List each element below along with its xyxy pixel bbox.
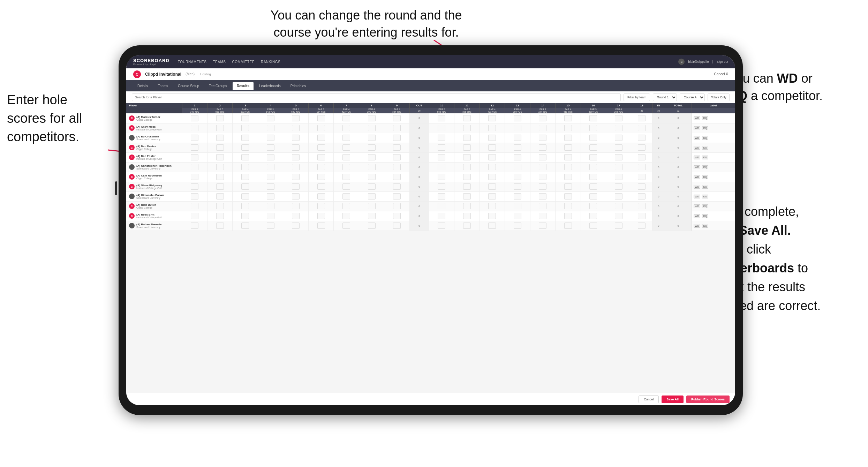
score-hole-9[interactable] (384, 133, 409, 143)
score-input-hole-17[interactable] (615, 125, 622, 131)
score-hole-15[interactable] (556, 172, 581, 182)
score-hole-2[interactable] (207, 221, 232, 231)
score-input-hole-9[interactable] (393, 223, 401, 229)
score-hole-7[interactable] (334, 201, 359, 211)
score-input-hole-5[interactable] (292, 164, 300, 170)
course-select[interactable]: Course A (680, 93, 705, 101)
score-hole-12[interactable] (480, 123, 505, 133)
score-hole-8[interactable] (359, 152, 384, 162)
score-hole-18[interactable] (631, 182, 652, 191)
score-hole-13[interactable] (505, 143, 530, 152)
score-input-hole-9[interactable] (393, 154, 401, 160)
score-input-hole-1[interactable] (191, 144, 198, 151)
score-hole-17[interactable] (606, 221, 631, 231)
score-input-hole-17[interactable] (615, 135, 622, 141)
score-hole-9[interactable] (384, 211, 409, 221)
score-input-hole-8[interactable] (368, 164, 376, 170)
score-hole-18[interactable] (631, 113, 652, 123)
score-input-hole-6[interactable] (317, 223, 325, 229)
score-hole-16[interactable] (581, 201, 606, 211)
score-input-hole-18[interactable] (638, 193, 646, 199)
score-hole-4[interactable] (258, 211, 283, 221)
score-hole-6[interactable] (308, 182, 333, 191)
score-input-hole-12[interactable] (488, 223, 496, 229)
score-input-hole-3[interactable] (241, 193, 249, 199)
score-input-hole-1[interactable] (191, 223, 198, 229)
score-hole-17[interactable] (606, 113, 631, 123)
score-hole-9[interactable] (384, 201, 409, 211)
score-hole-15[interactable] (556, 152, 581, 162)
score-input-hole-4[interactable] (267, 174, 274, 180)
score-hole-10[interactable] (429, 162, 454, 172)
score-input-hole-1[interactable] (191, 154, 198, 160)
score-hole-2[interactable] (207, 211, 232, 221)
score-hole-7[interactable] (334, 123, 359, 133)
score-input-hole-12[interactable] (488, 213, 496, 219)
score-input-hole-12[interactable] (488, 164, 496, 170)
score-hole-4[interactable] (258, 191, 283, 201)
score-input-hole-12[interactable] (488, 183, 496, 190)
score-input-hole-5[interactable] (292, 144, 300, 151)
score-input-hole-11[interactable] (463, 213, 471, 219)
score-hole-16[interactable] (581, 182, 606, 191)
wd-button[interactable]: WD (694, 214, 701, 218)
score-hole-17[interactable] (606, 123, 631, 133)
score-input-hole-11[interactable] (463, 183, 471, 190)
score-hole-3[interactable] (233, 123, 258, 133)
score-hole-10[interactable] (429, 211, 454, 221)
score-input-hole-13[interactable] (514, 125, 521, 131)
score-hole-5[interactable] (283, 201, 308, 211)
score-input-hole-17[interactable] (615, 115, 622, 121)
score-input-hole-4[interactable] (267, 213, 274, 219)
score-input-hole-11[interactable] (463, 193, 471, 199)
score-hole-13[interactable] (505, 191, 530, 201)
filter-by-team-button[interactable]: Filter by team (624, 93, 650, 101)
score-hole-2[interactable] (207, 152, 232, 162)
score-hole-4[interactable] (258, 201, 283, 211)
nav-committee[interactable]: COMMITTEE (232, 60, 255, 64)
score-hole-9[interactable] (384, 152, 409, 162)
score-input-hole-11[interactable] (463, 203, 471, 209)
score-input-hole-4[interactable] (267, 144, 274, 151)
score-input-hole-2[interactable] (216, 193, 224, 199)
score-hole-4[interactable] (258, 152, 283, 162)
score-input-hole-14[interactable] (539, 213, 546, 219)
score-hole-6[interactable] (308, 201, 333, 211)
tab-leaderboards[interactable]: Leaderboards (255, 82, 285, 90)
score-input-hole-5[interactable] (292, 183, 300, 190)
score-input-hole-1[interactable] (191, 213, 198, 219)
score-input-hole-13[interactable] (514, 174, 521, 180)
score-input-hole-8[interactable] (368, 203, 376, 209)
score-input-hole-3[interactable] (241, 164, 249, 170)
nav-tournaments[interactable]: TOURNAMENTS (178, 60, 207, 64)
score-hole-4[interactable] (258, 162, 283, 172)
score-hole-10[interactable] (429, 143, 454, 152)
score-hole-7[interactable] (334, 143, 359, 152)
score-hole-8[interactable] (359, 143, 384, 152)
score-hole-5[interactable] (283, 172, 308, 182)
score-hole-10[interactable] (429, 201, 454, 211)
score-input-hole-10[interactable] (438, 164, 445, 170)
score-input-hole-15[interactable] (564, 154, 572, 160)
score-hole-8[interactable] (359, 182, 384, 191)
score-input-hole-16[interactable] (589, 183, 597, 190)
score-input-hole-9[interactable] (393, 174, 401, 180)
sign-out-link[interactable]: Sign out (717, 60, 728, 63)
wd-button[interactable]: WD (694, 165, 701, 169)
score-input-hole-12[interactable] (488, 144, 496, 151)
score-input-hole-10[interactable] (438, 154, 445, 160)
score-hole-1[interactable] (182, 221, 207, 231)
score-input-hole-17[interactable] (615, 183, 622, 190)
dq-button[interactable]: DQ (702, 116, 709, 120)
score-input-hole-15[interactable] (564, 125, 572, 131)
score-input-hole-15[interactable] (564, 135, 572, 141)
score-hole-13[interactable] (505, 133, 530, 143)
wd-button[interactable]: WD (694, 126, 701, 130)
score-hole-5[interactable] (283, 191, 308, 201)
score-hole-11[interactable] (454, 123, 480, 133)
score-input-hole-2[interactable] (216, 144, 224, 151)
score-hole-7[interactable] (334, 133, 359, 143)
score-hole-14[interactable] (530, 172, 555, 182)
score-hole-5[interactable] (283, 182, 308, 191)
score-input-hole-17[interactable] (615, 174, 622, 180)
